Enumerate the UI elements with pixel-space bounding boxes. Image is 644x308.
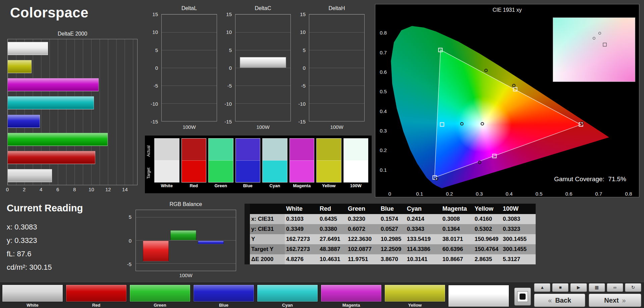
patch-label: Blue — [235, 183, 261, 189]
table-cell: 0.5302 — [473, 224, 501, 234]
gamut-coverage-value: 71.5% — [608, 175, 626, 183]
deltae-bar-cyan — [8, 96, 94, 109]
actual-swatch — [343, 138, 369, 160]
swatch-label: Magenta — [321, 303, 382, 308]
axis-tick: 0.2 — [446, 191, 453, 197]
table-corner — [250, 204, 285, 214]
column-header-100w: 100W — [501, 204, 536, 214]
patch-label: Cyan — [262, 183, 287, 189]
refresh-button[interactable]: ↻ — [625, 283, 641, 292]
swatch-label: Blue — [193, 303, 254, 308]
current-reading: Current Reading x: 0.3083y: 0.3323fL: 87… — [7, 203, 83, 274]
deltae-bar-row — [8, 112, 137, 130]
table-cell: 150.9649 — [473, 234, 501, 244]
axis-tick: 15 — [300, 11, 306, 17]
pattern-button-blue[interactable]: Blue — [193, 284, 254, 308]
axis-tick: 8 — [73, 187, 76, 192]
pattern-button-green[interactable]: Green — [129, 284, 191, 308]
deltae-bar-row — [8, 167, 137, 185]
target-point-green — [438, 48, 443, 52]
deltae-bar-row — [8, 94, 137, 112]
mini-ylabels: 151050-5-10-15 — [220, 14, 233, 121]
next-button[interactable]: Next » — [589, 294, 641, 307]
axis-tick: -15 — [298, 119, 306, 124]
delta-chart-deltah: DeltaH151050-5-10-15100W — [294, 5, 365, 139]
patch-label: Magenta — [289, 183, 315, 189]
delta-plot — [235, 14, 291, 121]
deltae-chart: DeltaE 2000 02468101214 — [7, 31, 139, 196]
axis-tick: 0.4 — [506, 191, 513, 197]
grid-button[interactable]: ▦ — [589, 283, 605, 292]
axis-tick: -5 — [154, 83, 158, 89]
axis-tick: 0.1 — [380, 167, 387, 172]
table-cell: 27.6491 — [318, 234, 346, 244]
table-row: x: CIE310.31030.64350.32300.15740.24140.… — [245, 214, 536, 224]
row-label: y: CIE31 — [250, 224, 285, 234]
gamut-coverage-label: Gamut Coverage: — [554, 175, 604, 183]
deltae-bar-red — [8, 151, 95, 164]
axis-tick: 15 — [226, 11, 232, 17]
column-header-white: White — [285, 204, 318, 214]
table-gutter — [245, 214, 250, 224]
swatch-face — [129, 285, 191, 302]
delta-chart-deltal: DeltaL151050-5-10-15100W — [147, 5, 217, 139]
gamut-coverage: Gamut Coverage: 71.5% — [552, 175, 626, 183]
measured-point-red — [580, 121, 584, 125]
swatch-face — [66, 285, 127, 302]
pattern-button-white[interactable]: White — [2, 284, 63, 308]
pattern-button-yellow[interactable]: Yellow — [384, 284, 445, 308]
back-button[interactable]: « Back — [534, 294, 585, 307]
table-cell: 48.3887 — [318, 244, 346, 254]
swatch-label: Green — [129, 303, 191, 308]
axis-tick: -10 — [224, 101, 232, 106]
axis-tick: -15 — [224, 119, 232, 124]
chevron-right-icon: » — [622, 297, 626, 304]
strip-columns: WhiteRedGreenBlueCyanMagentaYellow100W — [154, 138, 368, 192]
table-cell: 0.0527 — [379, 224, 406, 234]
window-pattern-icon — [517, 291, 528, 302]
patch-label: White — [154, 183, 179, 189]
axis-tick: 15 — [152, 11, 158, 17]
table-cell: 10.3141 — [406, 254, 441, 264]
axis-tick: 0.5 — [380, 89, 387, 94]
stop-button[interactable]: ■ — [552, 283, 569, 292]
measured-point-yellow — [512, 84, 516, 87]
table-row: Y162.727327.6491122.363010.2985133.54193… — [245, 234, 536, 244]
pattern-button-100w[interactable]: 100W — [448, 284, 509, 308]
mini-ylabels: 151050-5-10-15 — [147, 14, 159, 121]
loop-button[interactable]: ∞ — [607, 283, 623, 292]
delta-mini-charts: DeltaL151050-5-10-15100WDeltaC151050-5-1… — [147, 5, 368, 139]
page-title: Colorspace — [10, 5, 89, 21]
eject-button[interactable]: ▲ — [534, 283, 550, 292]
play-button[interactable]: ▶ — [570, 283, 587, 292]
target-swatch — [262, 160, 287, 183]
pattern-window-button[interactable] — [514, 288, 531, 306]
rgb-xlabel: 100W — [136, 272, 236, 278]
table-cell: 12.2509 — [379, 244, 406, 254]
grid-icon: ▦ — [595, 285, 599, 290]
pattern-button-red[interactable]: Red — [66, 284, 127, 308]
table-cell: 3.8670 — [379, 254, 406, 264]
axis-tick: 0.6 — [566, 191, 573, 197]
table-cell: 102.0877 — [346, 244, 379, 254]
axis-tick: -5 — [127, 261, 131, 267]
swatch-face — [193, 285, 254, 302]
target-swatch — [235, 160, 261, 183]
measured-point-blue — [435, 177, 438, 181]
patch-label: Green — [208, 183, 233, 189]
table-cell: 4.8276 — [285, 254, 318, 264]
actual-swatch — [316, 138, 341, 160]
deltae-xticks: 02468101214 — [7, 187, 138, 193]
chevron-left-icon: « — [548, 297, 552, 304]
axis-tick: 0.3 — [476, 191, 483, 197]
swatch-label: Red — [66, 303, 127, 308]
table-cell: 60.6396 — [441, 244, 473, 254]
pattern-button-magenta[interactable]: Magenta — [321, 284, 382, 308]
table-cell: 0.4160 — [473, 214, 501, 224]
pattern-button-cyan[interactable]: Cyan — [257, 284, 318, 308]
column-header-yellow: Yellow — [473, 204, 501, 214]
cie-chart-panel: CIE 1931 xy 00.10.20.30.40.50.60.70.80.1… — [375, 4, 639, 197]
axis-tick: 0.5 — [536, 191, 543, 197]
results-table: WhiteRedGreenBlueCyanMagentaYellow100Wx:… — [245, 204, 536, 264]
current-reading-title: Current Reading — [7, 203, 83, 214]
